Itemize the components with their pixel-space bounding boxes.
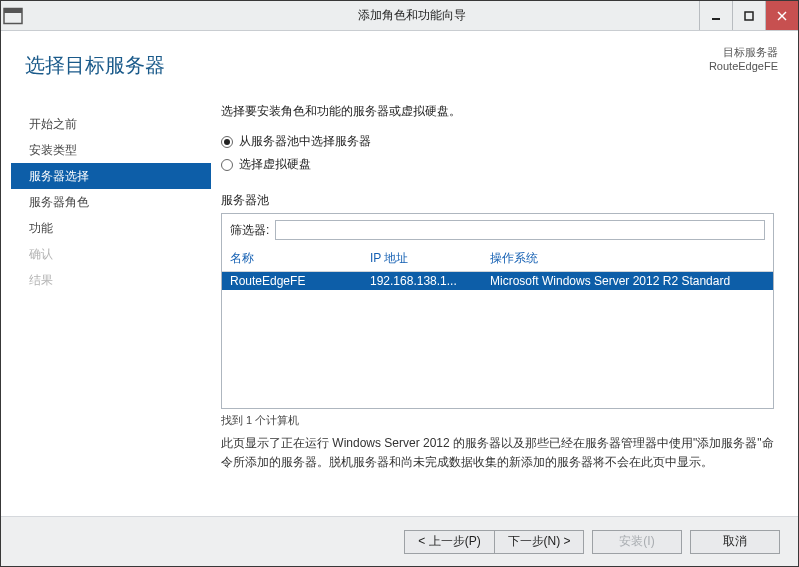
sidebar-item-server-roles[interactable]: 服务器角色 [11, 189, 211, 215]
radio-from-pool[interactable]: 从服务器池中选择服务器 [221, 133, 774, 150]
install-button: 安装(I) [592, 530, 682, 554]
table-header: 名称 IP 地址 操作系统 [222, 246, 773, 272]
sidebar-item-server-selection[interactable]: 服务器选择 [11, 163, 211, 189]
footer-note: 此页显示了正在运行 Windows Server 2012 的服务器以及那些已经… [221, 434, 774, 472]
main-panel: 选择要安装角色和功能的服务器或虚拟硬盘。 从服务器池中选择服务器 选择虚拟硬盘 … [211, 99, 798, 516]
radio-vhd-label: 选择虚拟硬盘 [239, 156, 311, 173]
svg-rect-3 [745, 12, 753, 20]
target-server-label: 目标服务器 [709, 45, 778, 60]
window-icon [1, 4, 25, 28]
radio-vhd[interactable]: 选择虚拟硬盘 [221, 156, 774, 173]
cell-name: RouteEdgeFE [230, 274, 370, 288]
titlebar: 添加角色和功能向导 [1, 1, 798, 31]
radio-from-pool-input[interactable] [221, 136, 233, 148]
radio-vhd-input[interactable] [221, 159, 233, 171]
page-header: 选择目标服务器 目标服务器 RouteEdgeFE [1, 31, 798, 99]
wizard-sidebar: 开始之前 安装类型 服务器选择 服务器角色 功能 确认 结果 [1, 99, 211, 516]
target-server-info: 目标服务器 RouteEdgeFE [709, 45, 778, 72]
cell-os: Microsoft Windows Server 2012 R2 Standar… [490, 274, 765, 288]
filter-row: 筛选器: [222, 214, 773, 246]
sidebar-item-install-type[interactable]: 安装类型 [11, 137, 211, 163]
server-pool-label: 服务器池 [221, 192, 774, 209]
maximize-button[interactable] [732, 1, 765, 30]
col-header-os[interactable]: 操作系统 [490, 250, 765, 267]
next-button[interactable]: 下一步(N) > [494, 530, 584, 554]
filter-input[interactable] [275, 220, 765, 240]
table-body: RouteEdgeFE 192.168.138.1... Microsoft W… [222, 272, 773, 408]
cell-ip: 192.168.138.1... [370, 274, 490, 288]
window-title: 添加角色和功能向导 [25, 7, 798, 24]
cancel-button[interactable]: 取消 [690, 530, 780, 554]
sidebar-item-confirm: 确认 [11, 241, 211, 267]
sidebar-item-results: 结果 [11, 267, 211, 293]
instruction-text: 选择要安装角色和功能的服务器或虚拟硬盘。 [221, 103, 774, 120]
target-server-value: RouteEdgeFE [709, 60, 778, 72]
server-pool-box: 筛选器: 名称 IP 地址 操作系统 RouteEdgeFE 192.168.1… [221, 213, 774, 409]
filter-label: 筛选器: [230, 222, 269, 239]
col-header-name[interactable]: 名称 [230, 250, 370, 267]
button-bar: < 上一步(P) 下一步(N) > 安装(I) 取消 [1, 516, 798, 566]
page-title: 选择目标服务器 [25, 52, 165, 79]
found-count: 找到 1 个计算机 [221, 413, 774, 428]
window-buttons [699, 1, 798, 30]
previous-button[interactable]: < 上一步(P) [404, 530, 494, 554]
col-header-ip[interactable]: IP 地址 [370, 250, 490, 267]
wizard-body: 开始之前 安装类型 服务器选择 服务器角色 功能 确认 结果 选择要安装角色和功… [1, 99, 798, 516]
radio-from-pool-label: 从服务器池中选择服务器 [239, 133, 371, 150]
close-button[interactable] [765, 1, 798, 30]
sidebar-item-features[interactable]: 功能 [11, 215, 211, 241]
minimize-button[interactable] [699, 1, 732, 30]
sidebar-item-before-begin[interactable]: 开始之前 [11, 111, 211, 137]
nav-button-group: < 上一步(P) 下一步(N) > [404, 530, 584, 554]
table-row[interactable]: RouteEdgeFE 192.168.138.1... Microsoft W… [222, 272, 773, 290]
wizard-window: 添加角色和功能向导 选择目标服务器 目标服务器 RouteEdgeFE 开始之前… [0, 0, 799, 567]
svg-rect-1 [4, 8, 22, 13]
